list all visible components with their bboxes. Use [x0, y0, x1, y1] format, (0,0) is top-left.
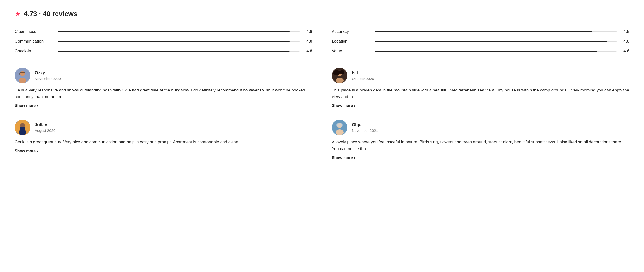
- reviewer-date-julian: August 2020: [35, 128, 55, 132]
- star-icon: ★: [15, 10, 21, 18]
- accuracy-bar-fill: [375, 31, 592, 32]
- review-text-ozzy: He is a very responsive and shows outsta…: [15, 87, 312, 100]
- location-bar: [375, 41, 616, 42]
- svg-point-9: [340, 70, 344, 74]
- svg-point-7: [336, 78, 344, 84]
- review-text-olga: A lovely place where you feel paceful in…: [332, 139, 629, 152]
- reviewer-info-ozzy: Ozzy November 2020: [15, 68, 312, 84]
- communication-label: Communication: [15, 39, 54, 44]
- svg-rect-3: [20, 72, 26, 73]
- cleanliness-value: 4.8: [304, 29, 312, 34]
- reviewer-details-isil: Isil October 2020: [352, 70, 374, 81]
- reviews-header: ★ 4.73 · 40 reviews: [15, 10, 629, 18]
- cleanliness-bar-fill: [58, 31, 290, 32]
- checkin-value: 4.8: [304, 49, 312, 54]
- value-row: Value 4.6: [332, 46, 629, 56]
- reviewer-name-olga: Olga: [352, 122, 378, 128]
- avatar-julian: [15, 120, 30, 135]
- cleanliness-row: Cleanliness 4.8: [15, 27, 312, 36]
- show-more-julian[interactable]: Show more ›: [15, 149, 312, 153]
- reviewer-date-isil: October 2020: [352, 76, 374, 81]
- reviewer-details-ozzy: Ozzy November 2020: [35, 70, 61, 81]
- svg-point-1: [20, 71, 25, 76]
- location-label: Location: [332, 39, 371, 44]
- avatar-ozzy: [15, 68, 30, 84]
- communication-bar: [58, 41, 300, 42]
- communication-row: Communication 4.8: [15, 36, 312, 46]
- review-text-julian: Cenk is a great great guy. Very nice and…: [15, 139, 312, 145]
- reviewer-date-ozzy: November 2020: [35, 76, 61, 81]
- reviewer-name-ozzy: Ozzy: [35, 70, 61, 76]
- reviewer-date-olga: November 2021: [352, 128, 378, 132]
- reviewer-info-isil: Isil October 2020: [332, 68, 629, 84]
- communication-bar-fill: [58, 41, 290, 42]
- svg-point-16: [336, 130, 344, 135]
- svg-point-2: [18, 78, 26, 84]
- header-rating: 4.73 · 40 reviews: [24, 10, 78, 18]
- location-row: Location 4.8: [332, 36, 629, 46]
- location-bar-fill: [375, 41, 607, 42]
- reviewer-name-julian: Julian: [35, 122, 55, 128]
- accuracy-label: Accuracy: [332, 29, 371, 34]
- checkin-bar: [58, 51, 300, 52]
- review-card-olga: Olga November 2021 A lovely place where …: [332, 120, 629, 160]
- reviews-grid: Ozzy November 2020 He is a very responsi…: [15, 68, 629, 160]
- value-label: Value: [332, 49, 371, 54]
- accuracy-value: 4.5: [620, 29, 629, 34]
- reviewer-details-olga: Olga November 2021: [352, 122, 378, 132]
- review-card-julian: Julian August 2020 Cenk is a great great…: [15, 120, 312, 160]
- accuracy-bar: [375, 31, 616, 32]
- reviewer-info-julian: Julian August 2020: [15, 120, 312, 135]
- show-more-isil[interactable]: Show more ›: [332, 104, 629, 108]
- location-value: 4.8: [620, 39, 629, 44]
- value-bar: [375, 51, 616, 52]
- svg-rect-17: [336, 123, 343, 127]
- ratings-left-column: Cleanliness 4.8 Communication 4.8 Check-…: [15, 27, 312, 56]
- communication-value: 4.8: [304, 39, 312, 44]
- avatar-isil: [332, 68, 348, 84]
- review-card-isil: Isil October 2020 This place is a hidden…: [332, 68, 629, 108]
- reviewer-details-julian: Julian August 2020: [35, 122, 55, 132]
- checkin-label: Check-in: [15, 49, 54, 54]
- accuracy-row: Accuracy 4.5: [332, 27, 629, 36]
- cleanliness-bar: [58, 31, 300, 32]
- checkin-bar-fill: [58, 51, 290, 52]
- review-text-isil: This place is a hidden gem in the mounta…: [332, 87, 629, 100]
- value-value: 4.6: [620, 49, 629, 54]
- cleanliness-label: Cleanliness: [15, 29, 54, 34]
- svg-point-8: [333, 70, 340, 75]
- ratings-right-column: Accuracy 4.5 Location 4.8 Value 4.6: [332, 27, 629, 56]
- show-more-ozzy[interactable]: Show more ›: [15, 104, 312, 108]
- svg-rect-4: [19, 73, 20, 74]
- reviewer-info-olga: Olga November 2021: [332, 120, 629, 135]
- svg-rect-13: [20, 127, 25, 130]
- review-card-ozzy: Ozzy November 2020 He is a very responsi…: [15, 68, 312, 108]
- show-more-olga[interactable]: Show more ›: [332, 156, 629, 160]
- ratings-grid: Cleanliness 4.8 Communication 4.8 Check-…: [15, 27, 629, 56]
- checkin-row: Check-in 4.8: [15, 46, 312, 56]
- value-bar-fill: [375, 51, 597, 52]
- avatar-olga: [332, 120, 348, 135]
- reviewer-name-isil: Isil: [352, 70, 374, 76]
